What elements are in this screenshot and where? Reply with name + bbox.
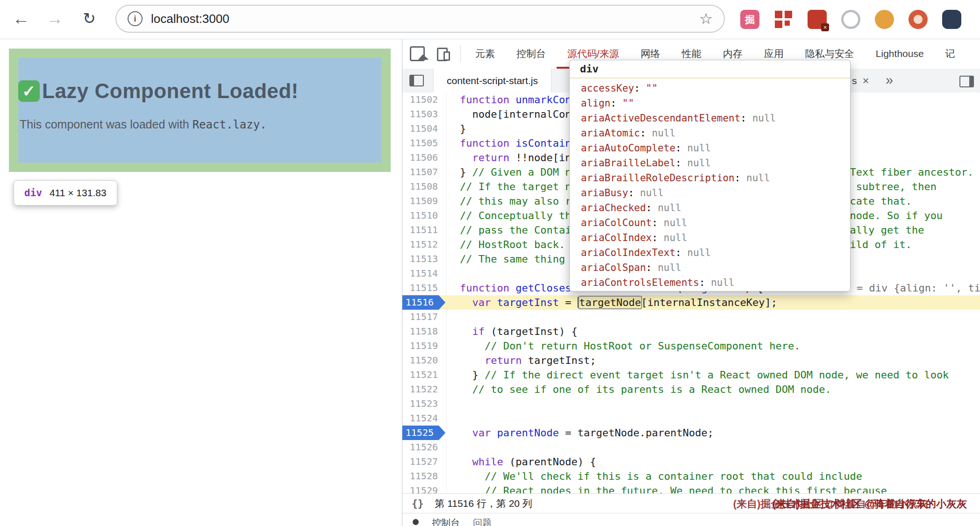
back-button[interactable]: ← [10,7,32,30]
line-number-11512[interactable]: 11512 [402,237,447,252]
property-separator: : [675,247,687,258]
property-separator: : [646,262,658,273]
line-number-11504[interactable]: 11504 [402,121,447,136]
line-number-11520[interactable]: 11520 [402,353,447,368]
line-number-11515[interactable]: 11515 [402,281,447,295]
code-text[interactable] [447,397,980,411]
device-toolbar-icon[interactable] [437,48,451,60]
code-text[interactable]: var parentNode = targetNode.parentNode; [447,426,980,440]
line-number-11503[interactable]: 11503 [402,107,447,121]
code-text[interactable]: var targetInst = targetNode[internalInst… [447,295,980,310]
popover-property: ariaBrailleRoleDescription: null [581,171,850,185]
format-braces-icon[interactable]: {} [412,498,423,509]
code-text[interactable] [447,310,980,324]
navigator-toggle-icon[interactable] [409,75,424,86]
site-info-icon[interactable]: i [128,11,143,26]
devtools-tab-2[interactable]: 控制台 [506,39,557,69]
popover-property: ariaChecked: null [581,200,850,215]
inspected-element-overlay[interactable]: ✓ Lazy Component Loaded! This component … [9,49,391,172]
code-line-11516: 11516 var targetInst = targetNode[intern… [402,295,980,310]
line-number-11508[interactable]: 11508 [402,179,447,194]
line-number-11502[interactable]: 11502 [402,92,447,107]
property-name: accessKey [581,83,634,94]
line-number-11506[interactable]: 11506 [402,150,447,165]
red-grid-extension-icon[interactable] [808,10,827,29]
breakpoint-badge-11516[interactable]: 11516 [402,295,447,310]
breakpoint-badge-11525[interactable]: 11525 [402,426,447,440]
devtools-tab-10[interactable]: 记 [935,39,966,69]
status-bar: {} 第 11516 行，第 20 列 (来自)掘金技术社区 @骑着自行车的小灰… [402,493,980,513]
code-text[interactable]: // We'll check if this is a container ro… [447,469,980,483]
property-name: ariaActiveDescendantElement [581,113,740,124]
code-text[interactable] [447,440,980,455]
close-tab-icon[interactable]: × [863,74,869,87]
sidebar-toggle-icon[interactable] [959,76,974,87]
line-number-11517[interactable]: 11517 [402,310,447,324]
address-bar[interactable]: i localhost:3000 ☆ [115,5,725,33]
property-value: "" [622,98,634,109]
cut-file-tab[interactable]: s × [852,69,869,92]
line-number-11511[interactable]: 11511 [402,223,447,237]
drawer-tab-issues[interactable]: 问题 [473,517,492,526]
line-number-11521[interactable]: 11521 [402,368,447,382]
orange-extension-icon[interactable] [875,10,894,29]
property-value: null [687,157,711,169]
code-line-11528: 11528 // We'll check if this is a contai… [402,469,980,483]
qr-extension-icon[interactable] [774,10,793,29]
cursor-icon [418,55,429,66]
line-number-11524[interactable]: 11524 [402,411,447,426]
code-text[interactable]: if (targetInst) { [447,324,980,339]
popover-property: ariaColSpan: null [581,260,850,275]
more-tabs-icon[interactable]: » [886,72,893,88]
property-name: ariaColIndex [581,232,652,243]
juejin-extension-icon[interactable]: 掘 [740,10,759,29]
line-number-11523[interactable]: 11523 [402,397,447,411]
gray-ring-extension-icon[interactable] [841,10,860,29]
navy-extension-icon[interactable] [942,10,961,29]
check-emoji-icon: ✓ [18,80,40,102]
orange-ring-extension-icon[interactable] [908,10,928,29]
lazy-component: ✓ Lazy Component Loaded! This component … [18,58,381,163]
line-number-11509[interactable]: 11509 [402,194,447,208]
property-value: null [640,187,664,199]
drawer-tab-console[interactable]: 控制台 [432,517,460,526]
code-text[interactable]: } // If the direct event target isn't a … [447,368,980,382]
line-number-11522[interactable]: 11522 [402,382,447,397]
property-name: ariaColCount [581,217,652,228]
property-separator: : [699,277,711,288]
devtools-tab-9[interactable]: Lighthouse [865,39,935,69]
property-separator: : [646,202,658,213]
code-text[interactable] [447,411,980,426]
code-line-11529: 11529 // React nodes in the future. We n… [402,483,980,493]
code-text[interactable]: while (parentNode) { [447,455,980,469]
url-text[interactable]: localhost:3000 [151,12,229,26]
bookmark-star-icon[interactable]: ☆ [699,10,713,28]
code-line-11525: 11525 var parentNode = targetNode.parent… [402,426,980,440]
line-number-11510[interactable]: 11510 [402,208,447,223]
line-number-11507[interactable]: 11507 [402,165,447,179]
property-name: ariaBrailleLabel [581,157,675,169]
file-tab[interactable]: content-script-start.js [433,69,551,92]
line-number-11527[interactable]: 11527 [402,455,447,469]
popover-property: ariaAutoComplete: null [581,141,850,156]
line-number-11528[interactable]: 11528 [402,469,447,483]
code-text[interactable]: // to see if one of its parents is a Rea… [447,382,980,397]
reload-button[interactable]: ↻ [79,7,100,30]
devtools-tab-1[interactable]: 元素 [465,39,506,69]
line-number-11519[interactable]: 11519 [402,339,447,353]
code-line-11517: 11517 [402,310,980,324]
line-number-11513[interactable]: 11513 [402,252,447,266]
line-number-11505[interactable]: 11505 [402,136,447,150]
forward-button[interactable]: → [44,7,65,30]
inspect-element-icon[interactable] [410,46,425,61]
line-number-11518[interactable]: 11518 [402,324,447,339]
line-number-11514[interactable]: 11514 [402,266,447,281]
code-text[interactable]: // React nodes in the future. We need to… [447,483,980,493]
property-name: ariaBusy [581,187,628,199]
property-separator: : [735,172,746,184]
line-number-11526[interactable]: 11526 [402,440,447,455]
code-text[interactable]: // Don't return HostRoot or SuspenseComp… [447,339,980,353]
code-text[interactable]: return targetInst; [447,353,980,368]
line-number-11529[interactable]: 11529 [402,483,447,493]
code-line-11519: 11519 // Don't return HostRoot or Suspen… [402,339,980,353]
